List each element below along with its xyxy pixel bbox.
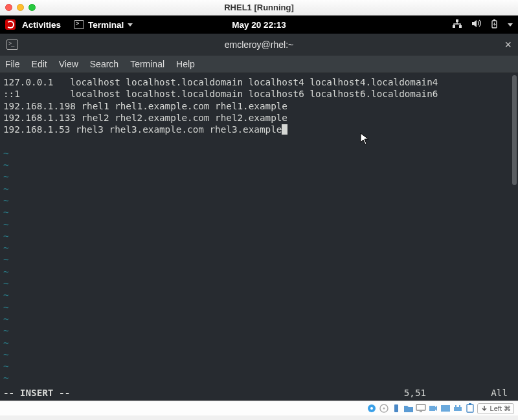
- vbox-hdd-icon[interactable]: [366, 403, 377, 414]
- close-window-button[interactable]: [5, 4, 12, 11]
- minimize-window-button[interactable]: [17, 4, 24, 11]
- terminal-icon: [74, 20, 84, 29]
- vim-tilde: ~: [3, 326, 9, 336]
- vim-tilde: ~: [3, 148, 9, 159]
- svg-point-6: [370, 407, 373, 410]
- vim-tilde: ~: [3, 361, 9, 371]
- vbox-host-key-indicator[interactable]: Left ⌘: [477, 403, 514, 414]
- chevron-down-icon: [128, 23, 133, 27]
- vim-tilde: ~: [3, 171, 9, 182]
- terminal-menubar: File Edit View Search Terminal Help: [0, 56, 518, 73]
- vim-tilde: ~: [3, 373, 9, 383]
- vim-cursor-position: 5,51: [404, 388, 426, 398]
- vim-tilde: ~: [3, 231, 9, 241]
- distro-logo-icon: [5, 19, 16, 30]
- vim-tilde: ~: [3, 338, 9, 348]
- vim-status-line: -- INSERT -- 5,51 All: [3, 388, 508, 398]
- menu-search[interactable]: Search: [90, 59, 118, 69]
- menu-terminal[interactable]: Terminal: [130, 59, 164, 69]
- svg-rect-10: [416, 404, 425, 410]
- vim-tilde: ~: [3, 160, 9, 170]
- file-line: ::1 localhost localhost.localdomain loca…: [3, 89, 438, 99]
- gnome-top-bar: Activities Terminal May 20 22:13: [0, 16, 518, 34]
- file-line: 192.168.1.198 rhel1 rhel1.example.com rh…: [3, 101, 287, 111]
- svg-rect-15: [459, 405, 460, 407]
- svg-rect-9: [394, 404, 398, 412]
- text-cursor: [282, 124, 287, 135]
- menu-edit[interactable]: Edit: [32, 59, 47, 69]
- vim-tilde: ~: [3, 302, 9, 313]
- vbox-usb-icon[interactable]: [391, 403, 401, 414]
- terminal-body[interactable]: 127.0.0.1 localhost localhost.localdomai…: [0, 73, 518, 401]
- window-title: RHEL1 [Running]: [0, 3, 518, 12]
- vbox-audio-icon[interactable]: [440, 403, 451, 414]
- svg-rect-17: [469, 403, 471, 405]
- vim-tilde: ~: [3, 278, 9, 289]
- vim-mode: -- INSERT --: [3, 388, 70, 398]
- vbox-optical-icon[interactable]: [379, 403, 389, 414]
- menu-help[interactable]: Help: [176, 59, 195, 69]
- vim-tilde: ~: [3, 254, 9, 265]
- vbox-net-icon[interactable]: [453, 403, 463, 414]
- vim-tilde: ~: [3, 243, 9, 253]
- host-key-label: Left ⌘: [490, 404, 511, 413]
- vim-tilde: ~: [3, 184, 9, 194]
- file-line: 192.168.1.53 rhel3 rhel3.example.com rhe…: [3, 124, 282, 135]
- terminal-title: emcleroy@rhel:~: [0, 39, 518, 50]
- scrollbar[interactable]: [511, 73, 518, 401]
- svg-rect-16: [467, 404, 473, 412]
- vim-tilde: ~: [3, 195, 9, 206]
- menu-view[interactable]: View: [59, 59, 78, 69]
- svg-rect-13: [454, 407, 462, 411]
- vbox-display-icon[interactable]: [416, 403, 426, 414]
- network-icon[interactable]: [452, 19, 462, 30]
- vim-scroll-indicator: All: [491, 388, 508, 398]
- menu-file[interactable]: File: [5, 59, 20, 69]
- terminal-titlebar: emcleroy@rhel:~ ×: [0, 34, 518, 56]
- activities-button[interactable]: Activities: [22, 20, 61, 30]
- system-tray[interactable]: [452, 19, 513, 30]
- svg-point-8: [383, 408, 385, 410]
- mac-titlebar: RHEL1 [Running]: [0, 0, 518, 16]
- vim-tilde: ~: [3, 349, 9, 360]
- chevron-down-icon: [508, 23, 513, 27]
- virtualbox-status-bar: Left ⌘: [0, 401, 518, 415]
- svg-rect-0: [456, 19, 458, 22]
- svg-rect-1: [453, 25, 455, 28]
- svg-rect-11: [429, 406, 435, 411]
- arrow-down-icon: [480, 404, 488, 412]
- svg-rect-4: [493, 19, 495, 21]
- vim-tilde: ~: [3, 207, 9, 217]
- terminal-text[interactable]: 127.0.0.1 localhost localhost.localdomai…: [0, 73, 511, 401]
- vim-tilde: ~: [3, 314, 9, 324]
- app-menu-label: Terminal: [88, 20, 124, 30]
- svg-rect-2: [459, 25, 462, 28]
- vim-tilde: ~: [3, 267, 9, 277]
- vim-tilde: ~: [3, 290, 9, 300]
- file-line: 127.0.0.1 localhost localhost.localdomai…: [3, 77, 438, 87]
- svg-rect-12: [441, 405, 450, 412]
- vbox-shared-folder-icon[interactable]: [403, 403, 414, 414]
- file-line: 192.168.1.133 rhel2 rhel2.example.com rh…: [3, 113, 287, 123]
- traffic-lights: [5, 4, 36, 11]
- vbox-clipboard-icon[interactable]: [465, 403, 475, 414]
- svg-rect-14: [455, 405, 456, 407]
- battery-icon[interactable]: [490, 19, 499, 30]
- volume-icon[interactable]: [471, 19, 481, 30]
- zoom-window-button[interactable]: [28, 4, 36, 11]
- vbox-recording-icon[interactable]: [428, 403, 438, 414]
- vim-tilde: ~: [3, 219, 9, 230]
- app-menu[interactable]: Terminal: [74, 20, 133, 30]
